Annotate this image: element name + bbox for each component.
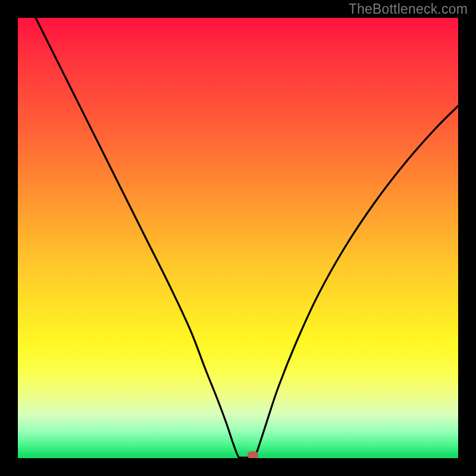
bottleneck-curve (18, 18, 458, 458)
chart-frame: TheBottleneck.com (0, 0, 476, 476)
minimum-marker (248, 452, 258, 459)
curve-path (36, 18, 458, 458)
watermark-text: TheBottleneck.com (349, 1, 468, 17)
plot-area (18, 18, 458, 458)
